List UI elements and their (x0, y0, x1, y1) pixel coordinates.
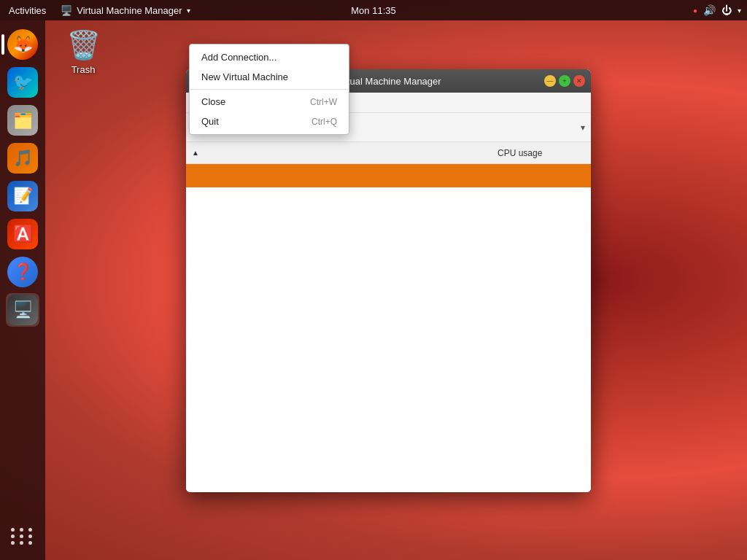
vmm-minimize-button[interactable]: — (544, 75, 556, 87)
menu-item-close-label: Close (201, 96, 225, 107)
app-dropdown-arrow[interactable]: ▾ (187, 7, 190, 15)
sort-arrow-icon: ▲ (192, 149, 199, 157)
help-icon: ❓ (7, 257, 38, 287)
power-icon[interactable]: ⏻ (721, 4, 732, 16)
volume-icon[interactable]: 🔊 (703, 4, 716, 16)
sidebar-item-firefox[interactable]: 🦊 (6, 28, 39, 61)
vmm-window-controls: — + ✕ (544, 75, 585, 87)
menu-item-new-vm[interactable]: New Virtual Machine (190, 67, 349, 87)
virt-icon: 🖥️ (7, 295, 38, 325)
menu-item-add-connection-label: Add Connection... (201, 52, 276, 63)
vmm-toolbar-dropdown-arrow[interactable]: ▾ (581, 122, 585, 133)
sidebar-item-files[interactable]: 🗂️ (6, 104, 39, 137)
files-icon: 🗂️ (7, 105, 38, 136)
sidebar-item-thunderbird[interactable]: 🐦 (6, 66, 39, 99)
menu-item-close[interactable]: Close Ctrl+W (190, 92, 349, 112)
sidebar-item-virt[interactable]: 🖥️ (6, 293, 39, 327)
topbar: Activities 🖥️ Virtual Machine Manager ▾ … (0, 0, 747, 20)
sidebar-item-writer[interactable]: 📝 (6, 179, 39, 213)
menu-item-quit[interactable]: Quit Ctrl+Q (190, 112, 349, 131)
notification-dot: ● (693, 7, 697, 15)
menu-item-quit-label: Quit (201, 116, 219, 127)
vmm-content-area: ▲ CPU usage (186, 142, 591, 492)
vmm-col-name: ▲ (192, 149, 498, 157)
writer-icon: 📝 (7, 181, 38, 211)
appstore-icon: 🅰️ (7, 219, 38, 249)
vmm-empty-area (186, 187, 591, 492)
menu-item-new-vm-label: New Virtual Machine (201, 71, 288, 82)
topbar-right-area: ● 🔊 ⏻ ▾ (693, 4, 747, 16)
sidebar-dock: 🦊 🐦 🗂️ 🎵 📝 🅰️ ❓ (0, 20, 45, 560)
system-dropdown-arrow[interactable]: ▾ (738, 7, 741, 15)
thunderbird-icon: 🐦 (7, 67, 38, 98)
vmm-maximize-button[interactable]: + (559, 75, 570, 87)
sidebar-item-appstore[interactable]: 🅰️ (6, 217, 39, 251)
vmm-table-header: ▲ CPU usage (186, 142, 591, 164)
file-dropdown-menu: Add Connection... New Virtual Machine Cl… (189, 44, 349, 135)
apps-grid-button[interactable] (6, 519, 39, 553)
menu-item-quit-shortcut: Ctrl+Q (311, 117, 337, 127)
menu-item-add-connection[interactable]: Add Connection... (190, 47, 349, 67)
trash-icon-image: 🗑️ (66, 28, 101, 63)
menu-item-close-shortcut: Ctrl+W (310, 97, 337, 107)
app-name-area: 🖥️ Virtual Machine Manager ▾ (55, 5, 196, 16)
apps-grid-icon (7, 521, 38, 551)
clock: Mon 11:35 (351, 5, 395, 16)
trash-label: Trash (71, 64, 96, 75)
app-name-label: Virtual Machine Manager (77, 5, 182, 16)
audio-icon: 🎵 (7, 143, 38, 174)
menu-separator-1 (190, 89, 349, 90)
firefox-icon: 🦊 (7, 29, 38, 60)
trash-desktop-icon[interactable]: 🗑️ Trash (66, 28, 101, 75)
vmm-window-title: Virtual Machine Manager (336, 76, 441, 87)
vmm-col-cpu-header: CPU usage (498, 148, 585, 158)
sidebar-item-audio[interactable]: 🎵 (6, 141, 39, 175)
activities-button[interactable]: Activities (0, 0, 55, 20)
vmm-close-button[interactable]: ✕ (573, 75, 585, 87)
vmm-selected-row[interactable] (186, 164, 591, 187)
sidebar-item-help[interactable]: ❓ (6, 255, 39, 289)
vm-icon: 🖥️ (61, 5, 72, 16)
